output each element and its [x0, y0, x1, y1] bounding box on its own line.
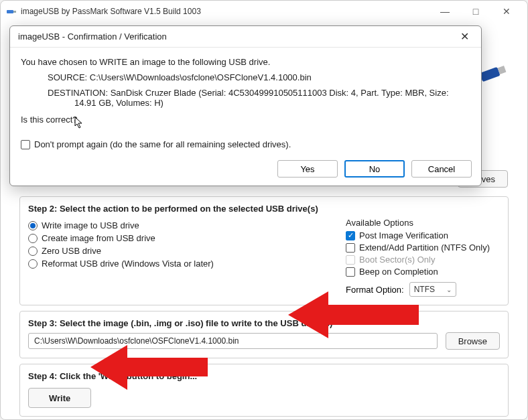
checkbox-icon	[346, 255, 355, 265]
radio-create-image[interactable]: Create image from USB drive	[28, 233, 330, 243]
checkbox-icon	[346, 243, 355, 253]
action-radios: Write image to USB drive Create image fr…	[28, 218, 330, 297]
checkbox-icon	[346, 267, 355, 277]
dialog-body: You have chosen to WRITE an image to the…	[10, 48, 481, 153]
annotation-arrow-1	[288, 288, 422, 348]
dialog-buttons: Yes No Cancel	[10, 153, 481, 186]
available-options-title: Available Options	[346, 218, 500, 228]
check-boot-sectors: Boot Sector(s) Only	[346, 255, 500, 265]
svg-rect-0	[7, 10, 13, 13]
window-title: imageUSB by PassMark Software V1.5 Build…	[21, 7, 425, 16]
confirmation-dialog: imageUSB - Confirmation / Verification ✕…	[9, 25, 482, 186]
radio-icon	[28, 234, 38, 243]
check-extend-partition[interactable]: Extend/Add Partition (NTFS Only)	[346, 242, 500, 253]
browse-button[interactable]: Browse	[446, 332, 500, 350]
chevron-down-icon: ⌄	[446, 286, 452, 293]
dialog-title: imageUSB - Confirmation / Verification	[18, 31, 167, 42]
dialog-confirm: Is this correct?	[21, 115, 470, 125]
radio-reformat-drive[interactable]: Reformat USB drive (Windows Vista or lat…	[28, 259, 330, 269]
check-post-image-verification[interactable]: Post Image Verification	[346, 230, 500, 240]
dialog-intro: You have chosen to WRITE an image to the…	[21, 57, 470, 67]
check-beep-completion[interactable]: Beep on Completion	[346, 267, 500, 277]
svg-rect-2	[480, 67, 501, 82]
cancel-button[interactable]: Cancel	[411, 160, 472, 178]
maximize-button[interactable]: □	[460, 1, 491, 22]
app-icon	[6, 6, 17, 17]
radio-write-image[interactable]: Write image to USB drive	[28, 220, 330, 230]
radio-icon	[28, 259, 38, 269]
step2-title: Step 2: Select the action to be performe…	[28, 204, 500, 214]
titlebar: imageUSB by PassMark Software V1.5 Build…	[1, 1, 527, 22]
dialog-titlebar: imageUSB - Confirmation / Verification ✕	[10, 26, 481, 48]
window-controls: — □ ✕	[430, 1, 522, 22]
svg-rect-1	[13, 11, 16, 13]
radio-icon	[28, 247, 38, 256]
radio-icon	[28, 221, 38, 230]
radio-zero-drive[interactable]: Zero USB drive	[28, 246, 330, 256]
svg-marker-5	[90, 345, 208, 390]
no-button[interactable]: No	[344, 160, 405, 178]
minimize-button[interactable]: —	[430, 1, 460, 22]
yes-button[interactable]: Yes	[277, 160, 338, 178]
step2-group: Step 2: Select the action to be performe…	[19, 196, 509, 305]
annotation-arrow-2	[90, 342, 211, 395]
cursor-icon	[74, 117, 84, 131]
svg-marker-4	[288, 291, 419, 338]
dialog-close-button[interactable]: ✕	[456, 30, 473, 43]
dialog-destination: DESTINATION: SanDisk Cruzer Blade (Seria…	[48, 88, 470, 108]
close-button[interactable]: ✕	[491, 1, 522, 22]
checkbox-icon	[21, 140, 30, 149]
dont-prompt-row[interactable]: Don't prompt again (do the same for all …	[21, 139, 470, 149]
write-button[interactable]: Write	[28, 388, 91, 408]
step3-title: Step 3: Select the image (.bin, .img or …	[28, 318, 500, 328]
available-options: Available Options Post Image Verificatio…	[346, 218, 500, 297]
dialog-source: SOURCE: C:\Users\W\Downloads\osfclone\OS…	[21, 72, 470, 82]
checkbox-icon	[346, 231, 355, 240]
